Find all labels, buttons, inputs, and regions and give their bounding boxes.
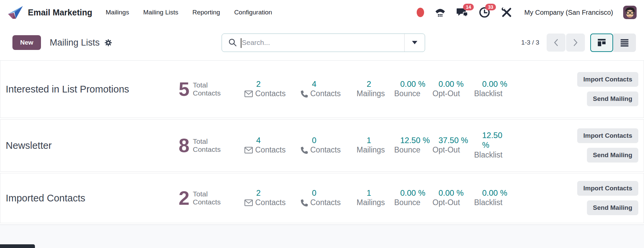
- search-icon: [228, 38, 237, 47]
- menu-configuration[interactable]: Configuration: [234, 9, 272, 16]
- send-mailing-button[interactable]: Send Mailing: [587, 148, 638, 163]
- total-contacts-stat: 2 Total Contacts: [179, 190, 244, 206]
- activities-badge: 33: [485, 4, 496, 10]
- blacklist-stat: 0.00 % Blacklist: [474, 188, 512, 208]
- menu-mailing-lists[interactable]: Mailing Lists: [143, 9, 178, 16]
- row-actions: Import Contacts Send Mailing: [550, 181, 638, 215]
- mailings-value[interactable]: 2: [357, 79, 394, 89]
- phone-contacts-value[interactable]: 0: [301, 188, 357, 198]
- email-marketing-app: Email Marketing Mailings Mailing Lists R…: [0, 0, 644, 248]
- phone-contacts-label: Contacts: [310, 89, 341, 99]
- phone-contacts-value[interactable]: 0: [301, 136, 357, 145]
- mailing-list-row[interactable]: Newsletter 8 Total Contacts 4 Contacts 0…: [0, 119, 644, 172]
- list-view-button[interactable]: [613, 34, 636, 52]
- total-contacts-label: Total Contacts: [193, 190, 221, 206]
- app-name[interactable]: Email Marketing: [28, 8, 92, 17]
- blacklist-value: 0.00 %: [474, 188, 512, 198]
- email-contacts-value[interactable]: 4: [244, 136, 301, 145]
- kanban-view-icon: [597, 38, 606, 47]
- blacklist-label: Blacklist: [474, 89, 502, 99]
- total-contacts-value: 5: [179, 81, 189, 97]
- list-name[interactable]: Imported Contacts: [6, 193, 179, 204]
- send-mailing-button[interactable]: Send Mailing: [587, 91, 638, 106]
- mailings-value[interactable]: 1: [357, 136, 394, 145]
- mailings-stat[interactable]: 1 Mailings: [357, 188, 394, 208]
- blacklist-value: 12.50 %: [474, 131, 512, 150]
- optout-value: 0.00 %: [432, 188, 474, 198]
- envelope-icon: [244, 147, 253, 153]
- user-avatar[interactable]: [623, 6, 637, 19]
- optout-label: Opt-Out: [432, 145, 460, 155]
- kanban-view-button[interactable]: [590, 34, 613, 52]
- row-actions: Import Contacts Send Mailing: [550, 72, 638, 106]
- email-contacts-value[interactable]: 2: [244, 79, 301, 89]
- page-title: Mailing Lists: [50, 38, 100, 48]
- search-filters-dropdown[interactable]: [405, 34, 425, 52]
- row-actions: Import Contacts Send Mailing: [550, 128, 638, 163]
- list-stats: 8 Total Contacts 4 Contacts 0 Contacts 1: [179, 131, 550, 160]
- import-contacts-button[interactable]: Import Contacts: [577, 72, 638, 87]
- search-input[interactable]: [237, 39, 404, 47]
- total-label-line2: Contacts: [193, 145, 221, 153]
- bounce-value: 12.50 %: [394, 136, 432, 145]
- import-contacts-button[interactable]: Import Contacts: [577, 128, 638, 143]
- messages-badge: 14: [463, 4, 474, 10]
- company-switcher[interactable]: My Company (San Francisco): [524, 9, 613, 16]
- optout-value: 0.00 %: [432, 79, 474, 89]
- search-bar[interactable]: [222, 34, 425, 52]
- phone-icon: [301, 147, 308, 154]
- email-contacts-stat[interactable]: 2 Contacts: [244, 188, 301, 208]
- email-contacts-value[interactable]: 2: [244, 188, 301, 198]
- activities-clock-icon[interactable]: 33: [478, 6, 491, 18]
- bounce-label: Bounce: [394, 145, 420, 155]
- total-label-line1: Total: [193, 137, 208, 145]
- gear-actions-icon[interactable]: [104, 39, 112, 47]
- total-contacts-value: 8: [179, 137, 189, 153]
- blacklist-label: Blacklist: [474, 198, 502, 208]
- email-contacts-label: Contacts: [255, 89, 286, 99]
- menu-reporting[interactable]: Reporting: [192, 9, 220, 16]
- phone-contacts-value[interactable]: 4: [301, 79, 357, 89]
- phone-icon: [301, 199, 308, 206]
- main-menu: Mailings Mailing Lists Reporting Configu…: [106, 9, 272, 16]
- mailings-value[interactable]: 1: [357, 188, 394, 198]
- blacklist-label: Blacklist: [474, 150, 502, 160]
- phone-contacts-stat[interactable]: 0 Contacts: [301, 188, 357, 208]
- mailing-lists-kanban: Interested in List Promotions 5 Total Co…: [0, 60, 644, 223]
- send-mailing-button[interactable]: Send Mailing: [587, 200, 638, 215]
- blacklist-value: 0.00 %: [474, 79, 512, 89]
- mailing-list-row[interactable]: Interested in List Promotions 5 Total Co…: [0, 60, 644, 118]
- content-background: [0, 225, 644, 248]
- mailings-stat[interactable]: 2 Mailings: [357, 79, 394, 99]
- phone-contacts-stat[interactable]: 4 Contacts: [301, 79, 357, 99]
- envelope-icon: [244, 199, 253, 206]
- import-contacts-button[interactable]: Import Contacts: [577, 181, 638, 196]
- total-contacts-stat: 5 Total Contacts: [179, 81, 244, 97]
- chevron-right-icon: [572, 38, 579, 47]
- bounce-value: 0.00 %: [394, 188, 432, 198]
- total-label-line2: Contacts: [193, 89, 221, 97]
- menu-mailings[interactable]: Mailings: [106, 9, 129, 16]
- pager-next-button[interactable]: [566, 34, 585, 52]
- total-contacts-label: Total Contacts: [193, 137, 221, 153]
- phone-softphone-icon[interactable]: [434, 6, 446, 18]
- email-marketing-logo-icon[interactable]: [7, 5, 24, 19]
- phone-contacts-stat[interactable]: 0 Contacts: [301, 136, 357, 156]
- optout-value: 37.50 %: [432, 136, 474, 145]
- bounce-stat: 12.50 % Bounce: [394, 136, 432, 156]
- list-name[interactable]: Interested in List Promotions: [6, 84, 179, 95]
- messages-icon[interactable]: 14: [456, 6, 468, 18]
- mailings-label: Mailings: [357, 198, 385, 208]
- email-contacts-label: Contacts: [255, 198, 286, 208]
- new-button[interactable]: New: [12, 35, 41, 50]
- list-name[interactable]: Newsletter: [6, 140, 179, 151]
- mailing-list-row[interactable]: Imported Contacts 2 Total Contacts 2 Con…: [0, 173, 644, 223]
- total-contacts-value: 2: [179, 190, 189, 206]
- breadcrumb-area: New Mailing Lists: [12, 35, 211, 50]
- mailings-stat[interactable]: 1 Mailings: [357, 136, 394, 156]
- pager-previous-button[interactable]: [547, 34, 565, 52]
- email-contacts-stat[interactable]: 4 Contacts: [244, 136, 301, 156]
- bounce-stat: 0.00 % Bounce: [394, 79, 432, 99]
- tools-debug-icon[interactable]: [501, 6, 513, 18]
- email-contacts-stat[interactable]: 2 Contacts: [244, 79, 301, 99]
